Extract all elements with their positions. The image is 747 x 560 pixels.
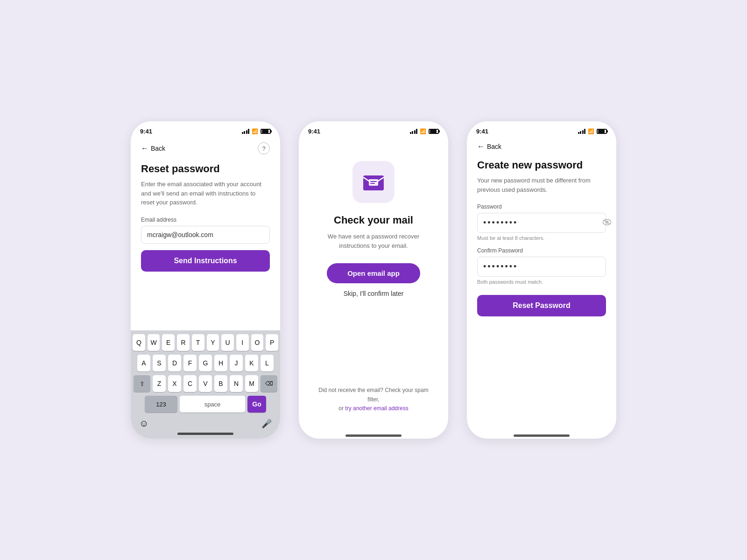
key-j[interactable]: J (230, 355, 243, 371)
key-i[interactable]: I (236, 334, 249, 351)
reset-password-button[interactable]: Reset Password (477, 295, 606, 316)
key-m[interactable]: M (245, 375, 258, 392)
key-f[interactable]: F (183, 355, 197, 371)
battery-icon-2 (429, 129, 439, 134)
mic-key[interactable]: 🎤 (261, 419, 272, 429)
svg-line-6 (604, 220, 610, 224)
nav-row-3: ← Back (477, 142, 606, 151)
eye-toggle-icon[interactable] (597, 219, 616, 227)
phone-screen-2: 9:41 📶 Check yo (299, 121, 448, 439)
key-123[interactable]: 123 (145, 396, 177, 413)
email-value: mcraigw@outlook.com (147, 231, 213, 238)
key-p[interactable]: P (266, 334, 278, 351)
home-indicator-3 (514, 434, 570, 437)
key-h[interactable]: H (214, 355, 227, 371)
bottom-note-or: or (338, 405, 344, 412)
svg-rect-3 (370, 181, 377, 182)
keyboard: Q W E R T Y U I O P A S D F G H J K L ⇧ … (131, 330, 280, 439)
password-input-wrapper (477, 213, 606, 233)
check-mail-title: Check your mail (334, 214, 413, 226)
key-a[interactable]: A (137, 355, 150, 371)
key-o[interactable]: O (251, 334, 264, 351)
confirm-password-label: Confirm Password (477, 247, 606, 254)
home-indicator-2 (345, 434, 402, 437)
svg-rect-4 (370, 183, 375, 184)
send-instructions-button[interactable]: Send Instructions (141, 250, 270, 272)
phone-screen-3: 9:41 📶 ← Back Create new password Your n… (467, 121, 616, 439)
key-v[interactable]: V (199, 375, 212, 392)
time-2: 9:41 (308, 128, 320, 135)
back-arrow-icon-1: ← (141, 144, 148, 153)
back-button-1[interactable]: ← Back (141, 144, 165, 153)
key-r[interactable]: R (177, 334, 190, 351)
status-icons-3: 📶 (578, 128, 607, 134)
emoji-key[interactable]: ☺ (139, 418, 148, 429)
help-button-1[interactable]: ? (258, 142, 270, 154)
keyboard-row-1: Q W E R T Y U I O P (133, 334, 278, 351)
try-another-email-link[interactable]: try another email address (345, 405, 408, 412)
reset-password-subtitle: Enter the email associated with your acc… (141, 180, 270, 207)
svg-rect-2 (369, 179, 378, 186)
status-bar-1: 9:41 📶 (131, 121, 280, 138)
screen1-content: ← Back ? Reset password Enter the email … (131, 138, 280, 330)
key-w[interactable]: W (148, 334, 160, 351)
email-input-display[interactable]: mcraigw@outlook.com (141, 226, 270, 244)
back-label-3: Back (487, 143, 501, 150)
signal-icon-1 (242, 129, 250, 134)
key-shift[interactable]: ⇧ (134, 375, 150, 392)
key-t[interactable]: T (192, 334, 204, 351)
keyboard-row-3: ⇧ Z X C V B N M ⌫ (133, 375, 278, 392)
key-g[interactable]: G (199, 355, 212, 371)
status-icons-1: 📶 (242, 128, 271, 134)
nav-row-1: ← Back ? (141, 142, 270, 154)
back-arrow-icon-3: ← (477, 142, 485, 151)
home-indicator-1 (177, 433, 233, 435)
mail-screen-content: Check your mail We have sent a password … (299, 138, 448, 432)
key-e[interactable]: E (162, 334, 175, 351)
key-u[interactable]: U (221, 334, 234, 351)
keyboard-row-2: A S D F G H J K L (133, 355, 278, 371)
wifi-icon-2: 📶 (420, 128, 426, 134)
create-password-title: Create new password (477, 159, 606, 171)
key-s[interactable]: S (153, 355, 166, 371)
back-button-3[interactable]: ← Back (477, 142, 501, 151)
status-bar-3: 9:41 📶 (467, 121, 616, 138)
confirm-input-wrapper (477, 257, 606, 277)
back-label-1: Back (151, 145, 165, 152)
key-backspace[interactable]: ⌫ (261, 375, 277, 392)
key-go[interactable]: Go (247, 396, 266, 413)
confirm-hint: Both passwords must match. (477, 279, 606, 285)
key-k[interactable]: K (245, 355, 258, 371)
reset-password-title: Reset password (141, 163, 270, 175)
screen3-content: ← Back Create new password Your new pass… (467, 138, 616, 432)
status-icons-2: 📶 (410, 128, 439, 134)
confirm-password-input[interactable] (478, 257, 606, 276)
key-z[interactable]: Z (153, 375, 166, 392)
skip-link[interactable]: Skip, I'll confirm later (344, 290, 404, 297)
email-label: Email address (141, 217, 270, 223)
key-b[interactable]: B (214, 375, 227, 392)
mail-envelope-icon (361, 170, 386, 194)
mail-icon-wrapper (352, 161, 395, 203)
wifi-icon-1: 📶 (252, 128, 258, 134)
key-q[interactable]: Q (133, 334, 145, 351)
password-label: Password (477, 203, 606, 210)
keyboard-bottom: ☺ 🎤 (133, 416, 278, 430)
key-l[interactable]: L (261, 355, 274, 371)
key-x[interactable]: X (168, 375, 181, 392)
time-1: 9:41 (140, 128, 152, 135)
time-3: 9:41 (476, 128, 488, 135)
bottom-note: Did not receive the email? Check your sp… (312, 386, 435, 422)
password-hint: Must be at least 8 characters. (477, 235, 606, 241)
open-email-button[interactable]: Open email app (327, 263, 420, 283)
signal-icon-2 (410, 129, 418, 134)
key-space[interactable]: space (180, 396, 245, 413)
signal-icon-3 (578, 129, 586, 134)
key-d[interactable]: D (168, 355, 181, 371)
key-c[interactable]: C (183, 375, 197, 392)
check-mail-subtitle: We have sent a password recover instruct… (312, 232, 435, 250)
key-n[interactable]: N (230, 375, 243, 392)
password-input[interactable] (478, 213, 597, 232)
key-y[interactable]: Y (207, 334, 219, 351)
status-bar-2: 9:41 📶 (299, 121, 448, 138)
